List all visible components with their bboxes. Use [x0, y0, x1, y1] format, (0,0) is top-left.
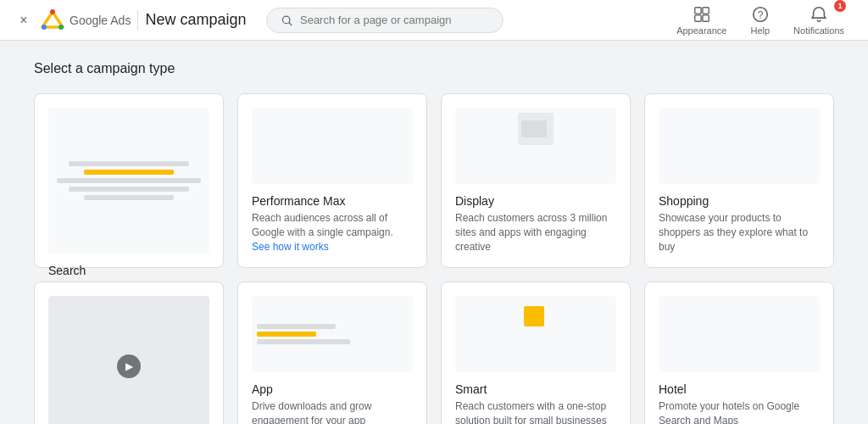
notification-badge: 1 — [834, 0, 846, 12]
video-thumbnail: ▶ — [48, 296, 209, 424]
close-icon: × — [19, 13, 27, 28]
perf-card-name: Performance Max — [252, 194, 413, 208]
svg-rect-5 — [695, 7, 701, 13]
campaign-card-smart[interactable]: Smart Reach customers with a one-stop so… — [441, 282, 631, 424]
shopping-card-desc: Showcase your products to shoppers as th… — [659, 211, 820, 254]
notifications-button[interactable]: 1 Notifications — [783, 2, 854, 39]
search-bar[interactable] — [266, 8, 504, 33]
help-icon: ? — [751, 5, 770, 24]
shopping-card-name: Shopping — [659, 194, 820, 208]
google-ads-logo: Google Ads — [41, 8, 131, 32]
campaign-card-hotel[interactable]: Hotel Promote your hotels on Google Sear… — [644, 282, 834, 424]
header-divider — [137, 10, 138, 31]
svg-rect-8 — [703, 14, 709, 20]
svg-point-2 — [50, 9, 55, 14]
appearance-icon — [693, 5, 711, 24]
hotel-card-desc: Promote your hotels on Google Search and… — [659, 399, 820, 424]
campaign-card-app[interactable]: App Drive downloads and grow engagement … — [237, 282, 427, 424]
display-thumbnail — [455, 108, 616, 184]
smart-card-desc: Reach customers with a one-stop solution… — [455, 399, 616, 424]
perf-card-desc: Reach audiences across all of Google wit… — [252, 211, 413, 254]
campaign-card-video[interactable]: ▶ Video Reach viewers on YouTube and get… — [34, 282, 224, 424]
header-actions: Appearance ? Help 1 Notifications — [666, 2, 854, 39]
svg-rect-6 — [703, 7, 709, 13]
campaign-card-shopping[interactable]: Shopping Showcase your products to shopp… — [644, 93, 834, 268]
app-card-desc: Drive downloads and grow engagement for … — [252, 399, 413, 424]
campaign-card-search[interactable]: Search Get in front of high-intent custo… — [34, 93, 224, 268]
section-title: Select a campaign type — [34, 61, 834, 76]
app-card-name: App — [252, 382, 413, 396]
help-button[interactable]: ? Help — [740, 2, 780, 39]
close-button[interactable]: × — [14, 10, 34, 31]
notifications-label: Notifications — [793, 25, 844, 36]
help-label: Help — [750, 25, 770, 36]
svg-rect-7 — [695, 14, 701, 20]
page-title: New campaign — [145, 11, 246, 29]
perf-thumbnail — [252, 108, 413, 184]
see-how-it-works-link[interactable]: See how it works — [252, 241, 329, 253]
svg-point-1 — [58, 25, 64, 30]
smart-card-name: Smart — [455, 382, 616, 396]
logo-text: Google Ads — [70, 14, 131, 27]
header-left: × Google Ads New campaign — [14, 8, 246, 32]
google-ads-logo-icon — [41, 8, 64, 32]
smart-thumbnail — [455, 296, 616, 372]
campaign-card-performance-max[interactable]: Performance Max Reach audiences across a… — [237, 93, 427, 268]
search-thumbnail — [48, 108, 209, 254]
svg-line-4 — [289, 22, 292, 25]
svg-text:?: ? — [757, 8, 763, 20]
hotel-thumbnail — [659, 296, 820, 372]
content-area: Select a campaign type Search Get in fro… — [0, 41, 868, 424]
main-content: Select a campaign type Search Get in fro… — [0, 41, 868, 424]
shopping-thumbnail — [659, 108, 820, 184]
app-thumbnail — [252, 296, 413, 372]
campaign-grid: Search Get in front of high-intent custo… — [34, 93, 834, 424]
play-icon: ▶ — [117, 354, 141, 378]
app-container: × Google Ads New campaign — [0, 0, 868, 424]
display-card-name: Display — [455, 194, 616, 208]
search-card-name: Search — [48, 264, 209, 277]
search-icon — [281, 14, 293, 27]
appearance-label: Appearance — [676, 25, 726, 36]
header: × Google Ads New campaign — [0, 0, 868, 41]
search-input[interactable] — [300, 14, 489, 26]
display-card-desc: Reach customers across 3 million sites a… — [455, 211, 616, 254]
campaign-card-display[interactable]: Display Reach customers across 3 million… — [441, 93, 631, 268]
hotel-card-name: Hotel — [659, 382, 820, 396]
notifications-icon — [810, 5, 828, 24]
svg-point-0 — [42, 25, 47, 30]
appearance-button[interactable]: Appearance — [666, 2, 737, 39]
